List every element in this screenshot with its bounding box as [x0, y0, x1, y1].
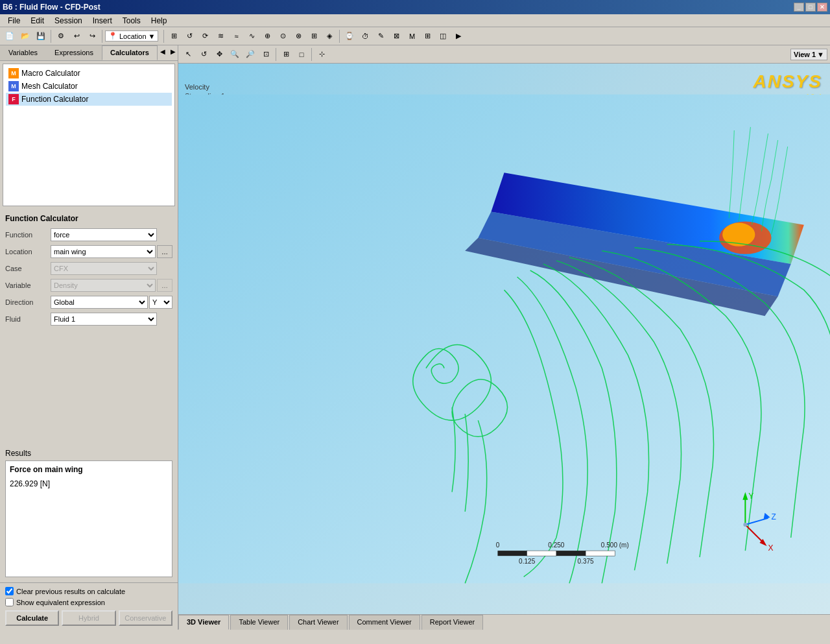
tb14[interactable]: ◈ [322, 29, 337, 43]
view-dropdown-arrow: ▼ [817, 51, 824, 58]
tb10[interactable]: ⊕ [260, 29, 274, 43]
view-selector[interactable]: View 1 ▼ [790, 49, 827, 60]
function-calculator-section: Function Calculator Function force torqu… [0, 209, 178, 449]
show-expression-label: Show equivalent expression [16, 599, 105, 606]
tb19[interactable]: M [405, 29, 419, 43]
tb21[interactable]: ◫ [436, 29, 450, 43]
variable-select[interactable]: Density [51, 279, 156, 292]
vt-views[interactable]: ⊞ [279, 47, 293, 62]
conservative-button[interactable]: Conservative [119, 610, 172, 626]
tab-prev-arrow[interactable]: ◀ [158, 45, 168, 60]
tb6[interactable]: ⟳ [198, 29, 212, 43]
vt-rotate[interactable]: ↺ [196, 47, 211, 62]
tab-expressions[interactable]: Expressions [46, 45, 102, 60]
clear-previous-checkbox[interactable] [5, 587, 14, 595]
tab-table-viewer[interactable]: Table Viewer [230, 615, 288, 630]
macro-icon: M [8, 68, 19, 78]
results-section-title: Results [5, 449, 172, 458]
toolbar-btn3[interactable]: ↪ [85, 29, 99, 43]
vt-extra[interactable]: ⊹ [314, 47, 329, 62]
toolbar-btn1[interactable]: ⚙ [54, 29, 68, 43]
tab-chart-viewer[interactable]: Chart Viewer [289, 615, 347, 630]
calculator-tree: M Macro Calculator M Mesh Calculator F F… [3, 64, 175, 206]
toolbar-btn2[interactable]: ↩ [69, 29, 84, 43]
location-dropdown: ▼ [148, 32, 156, 40]
toolbar-sep2 [102, 30, 102, 43]
tb20[interactable]: ⊞ [420, 29, 434, 43]
tree-item-function[interactable]: F Function Calculator [6, 93, 172, 106]
tree-item-macro[interactable]: M Macro Calculator [6, 67, 172, 80]
svg-text:X: X [768, 543, 774, 553]
tab-variables[interactable]: Variables [0, 45, 46, 60]
close-button[interactable]: ✕ [817, 3, 827, 12]
fluid-select[interactable]: Fluid 1 [51, 313, 157, 326]
vt-rect[interactable]: □ [294, 47, 309, 62]
menu-help[interactable]: Help [146, 15, 172, 27]
vt-zoom-in[interactable]: 🔍 [228, 47, 242, 62]
location-select[interactable]: main wing [51, 245, 156, 258]
menu-edit[interactable]: Edit [25, 15, 49, 27]
tb13[interactable]: ⊞ [307, 29, 321, 43]
svg-point-15 [743, 523, 747, 527]
location-browse-button[interactable]: … [157, 245, 172, 258]
tab-comment-viewer[interactable]: Comment Viewer [349, 615, 420, 630]
tab-3d-viewer[interactable]: 3D Viewer [178, 615, 229, 630]
vt-zoom-out[interactable]: 🔎 [243, 47, 257, 62]
location-row: Location main wing … [5, 245, 172, 258]
direction-type-select[interactable]: Global Custom [51, 296, 148, 309]
tb15[interactable]: ⌚ [342, 29, 357, 43]
tb18[interactable]: ⊠ [389, 29, 403, 43]
viewer-tabs: 3D Viewer Table Viewer Chart Viewer Comm… [178, 614, 830, 630]
direction-row: Direction Global Custom Y X Z [5, 296, 172, 309]
vt-pan[interactable]: ✥ [212, 47, 226, 62]
tab-calculators[interactable]: Calculators [102, 45, 158, 60]
function-label: Function Calculator [21, 95, 88, 104]
svg-text:0: 0 [496, 542, 500, 549]
toolbar-sep4 [339, 30, 340, 43]
results-value: 226.929 [N] [10, 479, 168, 488]
open-button[interactable]: 📂 [18, 29, 32, 43]
direction-axis-select[interactable]: Y X Z [149, 296, 172, 309]
tb5[interactable]: ↺ [182, 29, 196, 43]
tb9[interactable]: ∿ [244, 29, 259, 43]
fluid-label: Fluid [5, 315, 51, 323]
vt-select[interactable]: ↖ [181, 47, 195, 62]
tb17[interactable]: ✎ [374, 29, 388, 43]
svg-rect-22 [586, 551, 615, 556]
show-expression-checkbox[interactable] [5, 598, 14, 606]
save-button[interactable]: 💾 [34, 29, 48, 43]
vt-sep1 [276, 48, 276, 61]
window-controls[interactable]: _ □ ✕ [794, 3, 827, 12]
menu-tools[interactable]: Tools [117, 15, 146, 27]
tab-next-arrow[interactable]: ▶ [168, 45, 178, 60]
panel-tabs: Variables Expressions Calculators ◀ ▶ [0, 45, 178, 61]
calculate-button[interactable]: Calculate [5, 610, 59, 626]
menu-insert[interactable]: Insert [88, 15, 117, 27]
hybrid-button[interactable]: Hybrid [62, 610, 115, 626]
function-select[interactable]: force torque massFlow area [51, 228, 157, 241]
tb22[interactable]: ▶ [451, 29, 466, 43]
maximize-button[interactable]: □ [805, 3, 816, 12]
svg-rect-19 [497, 551, 527, 556]
location-icon: 📍 [108, 32, 117, 40]
tb4[interactable]: ⊞ [167, 29, 181, 43]
tab-report-viewer[interactable]: Report Viewer [421, 615, 484, 630]
tree-item-mesh[interactable]: M Mesh Calculator [6, 80, 172, 93]
location-button[interactable]: 📍 Location ▼ [105, 30, 158, 42]
vt-fit[interactable]: ⊡ [259, 47, 273, 62]
tb12[interactable]: ⊗ [291, 29, 305, 43]
results-header: Force on main wing [10, 465, 168, 474]
clear-previous-row: Clear previous results on calculate [5, 587, 172, 595]
minimize-button[interactable]: _ [794, 3, 804, 12]
menu-file[interactable]: File [3, 15, 25, 27]
tb8[interactable]: ≈ [229, 29, 243, 43]
variable-browse-button[interactable]: … [157, 279, 172, 292]
new-button[interactable]: 📄 [3, 29, 17, 43]
menu-session[interactable]: Session [49, 15, 88, 27]
tb11[interactable]: ⊙ [276, 29, 290, 43]
case-select[interactable]: CFX [51, 262, 157, 275]
tb16[interactable]: ⏱ [358, 29, 372, 43]
tb7[interactable]: ≋ [213, 29, 228, 43]
viewport: ↖ ↺ ✥ 🔍 🔎 ⊡ ⊞ □ ⊹ View 1 ▼ ANSYS v12.1 [178, 45, 830, 630]
variable-row: Variable Density … [5, 279, 172, 292]
